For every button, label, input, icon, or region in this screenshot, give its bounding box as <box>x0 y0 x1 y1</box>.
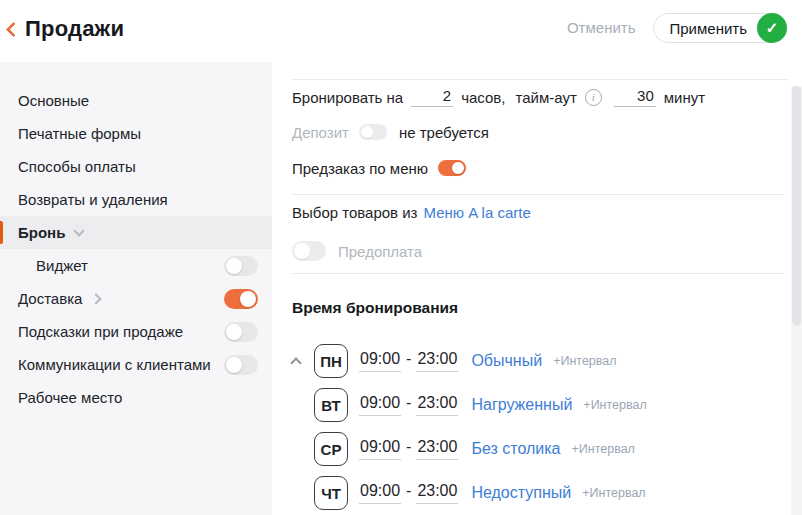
time-from-field[interactable]: 09:00 <box>359 438 401 460</box>
back-chevron-icon <box>6 21 22 37</box>
sidebar-item-payment-methods[interactable]: Способы оплаты <box>0 150 272 183</box>
day-row-monday: ПН 09:00 - 23:00 Обычный +Интервал <box>292 339 788 383</box>
time-from-field[interactable]: 09:00 <box>359 350 401 372</box>
apply-button[interactable]: Применить ✓ <box>653 13 786 43</box>
chevron-up-icon <box>290 357 301 368</box>
time-to-field[interactable]: 23:00 <box>416 482 458 504</box>
preorder-row: Предзаказ по меню <box>292 150 788 186</box>
widget-toggle[interactable] <box>224 256 258 276</box>
divider <box>292 273 784 274</box>
timeout-minutes-input[interactable] <box>614 87 656 107</box>
product-source-row: Выбор товаров из Меню A la carte <box>292 195 788 229</box>
scrollbar-thumb[interactable] <box>792 86 801 326</box>
chevron-down-icon <box>74 225 85 236</box>
info-icon[interactable]: i <box>585 89 602 106</box>
booking-days-list: ПН 09:00 - 23:00 Обычный +Интервал ВТ 09… <box>292 339 788 515</box>
booking-duration-label: Бронировать на <box>292 89 403 106</box>
product-source-label: Выбор товаров из <box>292 204 418 221</box>
preorder-toggle[interactable] <box>438 160 466 176</box>
time-from-field[interactable]: 09:00 <box>359 482 401 504</box>
back-button[interactable]: Продажи <box>8 16 124 42</box>
sidebar-item-booking[interactable]: Бронь <box>0 216 272 249</box>
menu-link[interactable]: Меню A la carte <box>424 204 531 221</box>
deposit-label: Депозит <box>292 124 349 141</box>
day-row-tuesday: ВТ 09:00 - 23:00 Нагруженный +Интервал <box>292 383 788 427</box>
sidebar-item-main[interactable]: Основные <box>0 84 272 117</box>
time-to-field[interactable]: 23:00 <box>416 350 458 372</box>
prepayment-toggle[interactable] <box>292 241 326 261</box>
cancel-button[interactable]: Отменить <box>567 19 636 36</box>
booking-hours-input[interactable] <box>411 87 453 107</box>
sidebar-item-client-communications[interactable]: Коммуникации с клиентами <box>0 348 272 381</box>
day-type-select[interactable]: Нагруженный <box>471 396 572 414</box>
time-from-field[interactable]: 09:00 <box>359 394 401 416</box>
day-badge[interactable]: ПН <box>314 344 348 378</box>
deposit-row: Депозит не требуется <box>292 114 788 150</box>
deposit-toggle[interactable] <box>359 124 387 140</box>
timeout-minutes-unit: минут <box>664 89 705 106</box>
client-communications-toggle[interactable] <box>224 355 258 375</box>
booking-hours-unit: часов, <box>461 89 505 106</box>
day-type-select[interactable]: Недоступный <box>471 484 571 502</box>
deposit-state-text: не требуется <box>399 124 489 141</box>
page-title: Продажи <box>25 16 124 42</box>
add-interval-button[interactable]: +Интервал <box>571 442 634 456</box>
prepayment-row: Предоплата <box>292 229 788 273</box>
settings-sidebar: Основные Печатные формы Способы оплаты В… <box>0 62 272 515</box>
preorder-label: Предзаказ по меню <box>292 160 428 177</box>
add-interval-button[interactable]: +Интервал <box>582 486 645 500</box>
sidebar-item-delivery[interactable]: Доставка <box>0 282 272 315</box>
collapse-button[interactable] <box>292 356 314 367</box>
time-to-field[interactable]: 23:00 <box>416 438 458 460</box>
delivery-toggle[interactable] <box>224 289 258 309</box>
sidebar-item-sale-hints[interactable]: Подсказки при продаже <box>0 315 272 348</box>
time-to-field[interactable]: 23:00 <box>416 394 458 416</box>
sale-hints-toggle[interactable] <box>224 322 258 342</box>
day-row-wednesday: СР 09:00 - 23:00 Без столика +Интервал <box>292 427 788 471</box>
day-badge[interactable]: ВТ <box>314 388 348 422</box>
chevron-right-icon <box>91 293 102 304</box>
day-badge[interactable]: ЧТ <box>314 476 348 510</box>
booking-time-heading: Время бронирования <box>292 290 788 317</box>
sidebar-item-print-forms[interactable]: Печатные формы <box>0 117 272 150</box>
day-type-select[interactable]: Без столика <box>471 440 560 458</box>
settings-page: Продажи Отменить Применить ✓ Основные Пе… <box>0 0 802 515</box>
day-type-select[interactable]: Обычный <box>471 352 542 370</box>
booking-duration-row: Бронировать на часов, тайм-аут i минут <box>292 79 788 114</box>
sidebar-item-widget[interactable]: Виджет <box>0 249 272 282</box>
prepayment-label: Предоплата <box>338 243 422 260</box>
booking-settings-panel: Бронировать на часов, тайм-аут i минут Д… <box>272 62 802 515</box>
timeout-label: тайм-аут <box>515 89 576 106</box>
apply-button-label: Применить <box>669 20 747 37</box>
sidebar-item-returns[interactable]: Возвраты и удаления <box>0 183 272 216</box>
add-interval-button[interactable]: +Интервал <box>553 354 616 368</box>
day-row-thursday: ЧТ 09:00 - 23:00 Недоступный +Интервал <box>292 471 788 515</box>
add-interval-button[interactable]: +Интервал <box>583 398 646 412</box>
sidebar-item-workplace[interactable]: Рабочее место <box>0 381 272 414</box>
check-circle-icon: ✓ <box>757 13 787 43</box>
day-badge[interactable]: СР <box>314 432 348 466</box>
header: Продажи Отменить Применить ✓ <box>0 0 802 62</box>
